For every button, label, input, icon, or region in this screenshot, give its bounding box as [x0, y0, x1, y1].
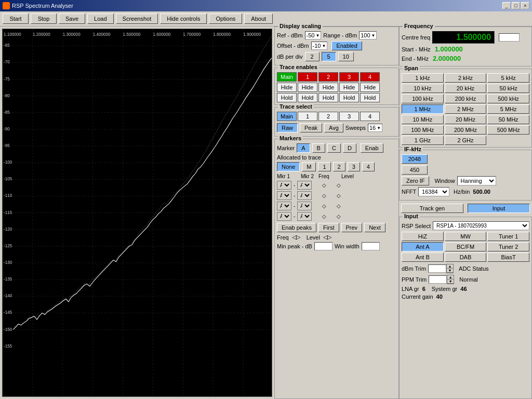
mkr1-row3-select[interactable]: A: [277, 202, 291, 210]
maximize-button[interactable]: □: [512, 2, 520, 9]
db-10-button[interactable]: 10: [338, 52, 354, 61]
trace-4-hide-button[interactable]: Hide: [360, 83, 380, 92]
trace-2-enable-button[interactable]: 2: [318, 72, 338, 82]
peak-button[interactable]: Peak: [300, 123, 322, 132]
alloc-4-button[interactable]: 4: [362, 162, 375, 171]
ant-a-button[interactable]: Ant A: [402, 242, 444, 251]
first-button[interactable]: First: [318, 223, 339, 232]
dbm-trim-input[interactable]: 0.0: [428, 264, 446, 273]
trace-2-hold-button[interactable]: Hold: [318, 93, 338, 102]
if-450-button[interactable]: 450: [402, 165, 428, 175]
if-2048-button[interactable]: 2048: [402, 154, 428, 164]
minimize-button[interactable]: _: [502, 2, 511, 9]
track-gen-button[interactable]: Track gen: [401, 204, 463, 213]
tuner1-button[interactable]: Tuner 1: [487, 232, 529, 241]
marker-a-button[interactable]: A: [297, 143, 310, 153]
range-dbm-dropdown[interactable]: 100 ▼: [359, 31, 377, 39]
span-100khz[interactable]: 100 kHz: [402, 94, 444, 103]
options-button[interactable]: Options: [209, 14, 242, 24]
trace-main-hide-button[interactable]: Hide: [277, 83, 297, 92]
marker-enab-button[interactable]: Enab: [361, 143, 383, 153]
trace-select-2-button[interactable]: 2: [318, 112, 338, 121]
alloc-3-button[interactable]: 3: [348, 162, 360, 171]
prev-button[interactable]: Prev: [341, 223, 363, 232]
span-1ghz[interactable]: 1 GHz: [402, 136, 444, 145]
mkr1-row1-select[interactable]: A: [277, 181, 291, 190]
trace-4-hold-button[interactable]: Hold: [360, 93, 380, 102]
ref-dbm-dropdown[interactable]: -50 ▼: [305, 31, 322, 39]
span-20khz[interactable]: 20 kHz: [445, 84, 487, 93]
span-50khz[interactable]: 50 kHz: [487, 84, 529, 93]
trace-select-1-button[interactable]: 1: [298, 112, 317, 121]
ppm-trim-input[interactable]: 0.0: [429, 275, 447, 284]
alloc-1-button[interactable]: 1: [318, 162, 330, 171]
mkr1-row2-select[interactable]: A: [277, 191, 291, 200]
offset-dbm-dropdown[interactable]: -10 ▼: [311, 42, 328, 50]
mkr2-row3-select[interactable]: A: [297, 202, 312, 210]
raw-button[interactable]: Raw: [277, 123, 298, 132]
next-button[interactable]: Next: [364, 223, 385, 232]
span-2ghz[interactable]: 2 GHz: [445, 136, 487, 145]
trace-select-3-button[interactable]: 3: [339, 112, 359, 121]
alloc-none-button[interactable]: None: [277, 162, 300, 171]
enab-peaks-button[interactable]: Enab peaks: [277, 223, 316, 232]
trace-main-enable-button[interactable]: Main: [277, 72, 297, 82]
ant-b-button[interactable]: Ant B: [402, 252, 444, 262]
trace-2-hide-button[interactable]: Hide: [318, 83, 338, 92]
db-5-button[interactable]: 5: [322, 52, 336, 61]
trace-3-hold-button[interactable]: Hold: [339, 93, 359, 102]
min-peak-input[interactable]: 10: [314, 242, 332, 250]
marker-b-button[interactable]: B: [312, 143, 325, 153]
centre-freq-value[interactable]: 1.500000: [432, 31, 495, 44]
span-500mhz[interactable]: 500 MHz: [487, 125, 529, 135]
span-10khz[interactable]: 10 kHz: [402, 84, 444, 93]
mw-button[interactable]: MW: [445, 232, 487, 241]
dbm-trim-down[interactable]: ▼: [447, 269, 453, 273]
nfft-select[interactable]: 16384 8192 4096: [418, 187, 449, 196]
stop-button[interactable]: Stop: [31, 14, 57, 24]
zero-if-button[interactable]: Zero IF: [402, 176, 429, 185]
hide-controls-button[interactable]: Hide controls: [160, 14, 207, 24]
span-5mhz[interactable]: 5 MHz: [487, 104, 529, 114]
ppm-trim-down[interactable]: ▼: [447, 280, 454, 284]
trace-1-hold-button[interactable]: Hold: [298, 93, 317, 102]
tuner2-button[interactable]: Tuner 2: [487, 242, 529, 251]
hiz-button[interactable]: HiZ: [402, 232, 444, 241]
enabled-button[interactable]: Enabled: [331, 41, 362, 50]
sweeps-dropdown[interactable]: 16 ▼: [368, 124, 382, 132]
mkr2-row1-select[interactable]: A: [297, 181, 312, 190]
marker-d-button[interactable]: D: [343, 143, 356, 153]
trace-3-hide-button[interactable]: Hide: [339, 83, 359, 92]
close-button[interactable]: ×: [521, 2, 529, 9]
alloc-m-button[interactable]: M: [302, 162, 316, 171]
span-500khz[interactable]: 500 kHz: [487, 94, 529, 103]
dab-button[interactable]: DAB: [445, 252, 487, 262]
span-2khz[interactable]: 2 kHz: [445, 73, 487, 83]
span-1mhz[interactable]: 1 MHz: [402, 104, 444, 114]
start-button[interactable]: Start: [3, 14, 29, 24]
span-100mhz[interactable]: 100 MHz: [402, 125, 444, 135]
ppm-trim-up[interactable]: ▲: [447, 275, 454, 280]
span-2mhz[interactable]: 2 MHz: [445, 104, 487, 114]
marker-c-button[interactable]: C: [327, 143, 341, 153]
mkr2-row2-select[interactable]: A: [297, 191, 312, 200]
mkr1-row4-select[interactable]: A: [277, 212, 291, 221]
span-20mhz[interactable]: 20 MHz: [445, 115, 487, 124]
trace-select-main-button[interactable]: Main: [277, 112, 297, 121]
span-1khz[interactable]: 1 kHz: [402, 73, 444, 83]
load-button[interactable]: Load: [87, 14, 113, 24]
trace-main-hold-button[interactable]: Hold: [277, 93, 297, 102]
span-10mhz[interactable]: 10 MHz: [402, 115, 444, 124]
span-200khz[interactable]: 200 kHz: [445, 94, 487, 103]
centre-freq-input[interactable]: [499, 33, 520, 42]
db-2-button[interactable]: 2: [305, 52, 320, 61]
save-button[interactable]: Save: [59, 14, 85, 24]
mkr2-row4-select[interactable]: A: [297, 212, 312, 221]
trace-3-enable-button[interactable]: 3: [339, 72, 359, 82]
avg-button[interactable]: Avg: [324, 123, 343, 132]
trace-4-enable-button[interactable]: 4: [360, 72, 380, 82]
screenshot-button[interactable]: Screenshot: [116, 14, 158, 24]
bc-fm-button[interactable]: BC/FM: [445, 242, 487, 251]
span-200mhz[interactable]: 200 MHz: [445, 125, 487, 135]
window-select[interactable]: Hanning Blackman Flat Top: [457, 176, 496, 185]
